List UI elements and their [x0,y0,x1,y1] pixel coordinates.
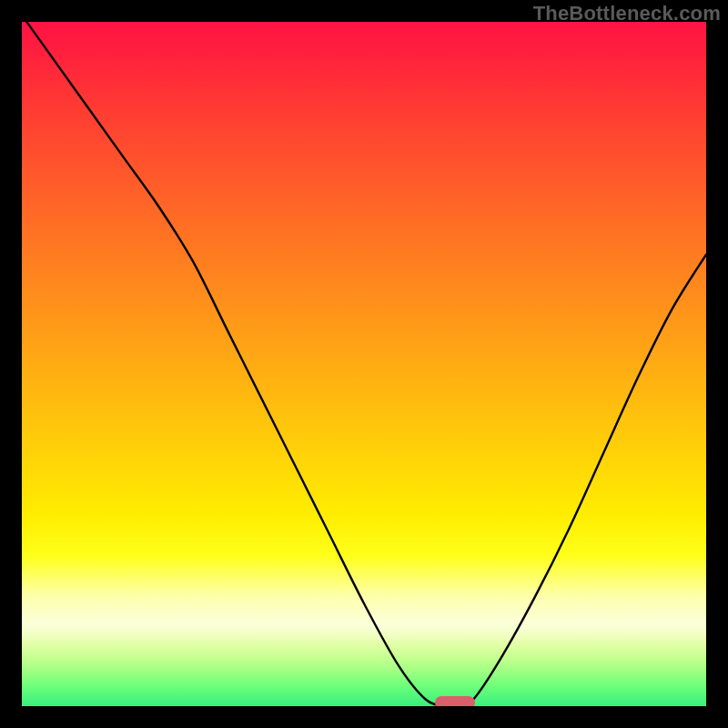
watermark-text: TheBottleneck.com [533,2,721,25]
chart-frame: TheBottleneck.com [0,0,728,728]
optimal-range-marker [435,696,475,706]
bottleneck-curve [22,22,706,706]
plot-area [22,22,706,706]
